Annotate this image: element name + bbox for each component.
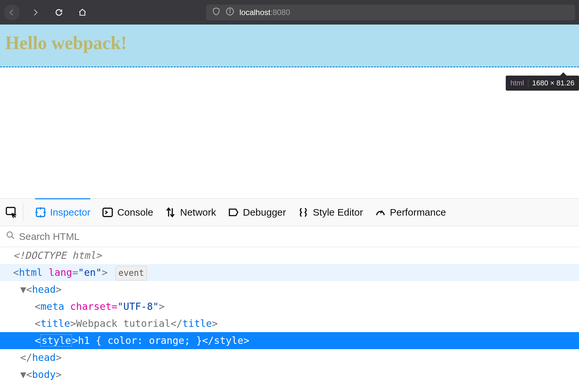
dom-head-open[interactable]: ▼<head> (0, 281, 579, 298)
dom-title[interactable]: <title>Webpack tutorial</title> (0, 315, 579, 332)
svg-line-12 (12, 237, 14, 239)
dom-doctype[interactable]: <!DOCTYPE html> (0, 247, 579, 264)
dom-meta[interactable]: <meta charset="UTF-8"> (0, 298, 579, 315)
devtools-tabbar: Inspector Console Network Debugger Style… (0, 199, 579, 226)
element-dimensions-tooltip: html 1680 × 81.26 (506, 76, 579, 91)
tab-inspector[interactable]: Inspector (35, 198, 90, 225)
shield-icon (212, 7, 220, 18)
tab-network[interactable]: Network (165, 199, 216, 226)
dom-head-close[interactable]: </head> (0, 349, 579, 366)
search-icon (6, 231, 15, 242)
tab-network-label: Network (180, 207, 216, 218)
tab-style-editor[interactable]: Style Editor (298, 199, 363, 226)
html-search-input[interactable] (19, 231, 573, 242)
reload-button[interactable] (51, 5, 67, 20)
element-picker-button[interactable] (5, 203, 23, 222)
tab-performance-label: Performance (390, 207, 446, 218)
dom-body-open[interactable]: ▼<body> (0, 366, 579, 383)
tab-console[interactable]: Console (102, 199, 153, 226)
dom-html-open[interactable]: <html lang="en"> event (0, 264, 579, 281)
url-text: localhost:8080 (239, 8, 290, 17)
address-bar[interactable]: localhost:8080 (206, 5, 575, 20)
page-viewport: Hello webpack! html 1680 × 81.26 (0, 25, 579, 198)
tab-debugger-label: Debugger (243, 207, 286, 218)
dom-style-selected[interactable]: <style>h1 { color: orange; }</style> (0, 332, 579, 349)
svg-rect-3 (6, 207, 15, 215)
tooltip-dimensions: 1680 × 81.26 (532, 79, 574, 87)
page-heading: Hello webpack! (5, 32, 574, 53)
html-search-bar[interactable] (0, 226, 579, 247)
tab-debugger[interactable]: Debugger (228, 199, 286, 226)
dom-tree[interactable]: <!DOCTYPE html> <html lang="en"> event ▼… (0, 247, 579, 383)
tab-performance[interactable]: Performance (375, 199, 446, 226)
tab-inspector-label: Inspector (50, 207, 90, 218)
info-icon[interactable] (226, 7, 234, 18)
tab-style-editor-label: Style Editor (313, 207, 363, 218)
tab-console-label: Console (117, 207, 153, 218)
highlighted-element: Hello webpack! (0, 25, 579, 67)
svg-point-11 (7, 232, 12, 237)
devtools-panel: Inspector Console Network Debugger Style… (0, 198, 579, 383)
home-button[interactable] (75, 5, 90, 20)
tooltip-separator (528, 79, 528, 87)
event-badge[interactable]: event (115, 266, 147, 280)
back-button[interactable] (4, 5, 20, 20)
browser-toolbar: localhost:8080 (0, 0, 579, 25)
forward-button[interactable] (27, 5, 43, 20)
tooltip-tagname: html (510, 79, 524, 87)
svg-point-2 (230, 9, 230, 10)
